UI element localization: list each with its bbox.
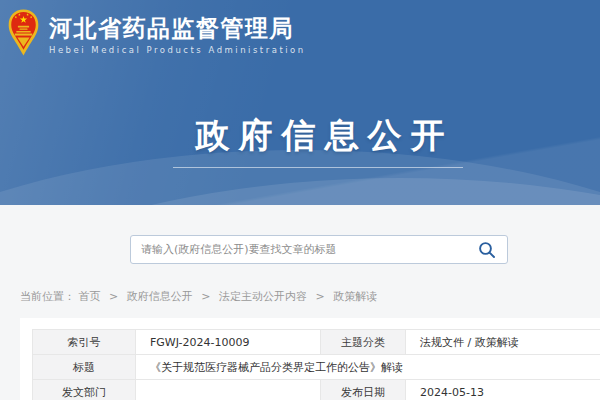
index-label: 索引号 [33,330,136,355]
brand-text: 河北省药品监督管理局 Hebei Medical Products Admini… [49,9,306,55]
breadcrumb-item-gov-info[interactable]: 政府信息公开 [127,290,193,303]
department-label: 发文部门 [33,380,136,400]
search-input[interactable] [131,243,478,256]
document-card: 索引号 FGWJ-2024-10009 主题分类 法规文件 / 政策解读 标题 … [20,318,600,400]
banner-divider [173,167,463,168]
meta-row-title: 标题 《关于规范医疗器械产品分类界定工作的公告》解读 [33,355,600,380]
date-value: 2024-05-13 [406,380,600,400]
breadcrumb-item-disclosure[interactable]: 法定主动公开内容 [219,290,307,303]
breadcrumb-prefix: 当前位置： [20,290,75,303]
site-header: 河北省药品监督管理局 Hebei Medical Products Admini… [0,0,600,205]
department-value [136,380,321,400]
search-bar [130,235,508,264]
breadcrumb-separator: > [109,290,118,303]
index-value: FGWJ-2024-10009 [136,330,321,355]
banner-title: 政府信息公开 [40,113,600,159]
breadcrumb-item-home[interactable]: 首页 [79,290,101,303]
category-value: 法规文件 / 政策解读 [406,330,600,355]
breadcrumb: 当前位置： 首页 > 政府信息公开 > 法定主动公开内容 > 政策解读 [20,289,377,304]
title-label: 标题 [33,355,136,380]
meta-row-index-category: 索引号 FGWJ-2024-10009 主题分类 法规文件 / 政策解读 [33,330,600,355]
site-title: 河北省药品监督管理局 [49,16,306,41]
search-icon[interactable] [478,241,496,259]
breadcrumb-separator: > [315,290,324,303]
category-label: 主题分类 [321,330,406,355]
breadcrumb-separator: > [201,290,210,303]
title-value: 《关于规范医疗器械产品分类界定工作的公告》解读 [136,355,600,380]
national-emblem-icon [7,9,40,56]
breadcrumb-item-policy[interactable]: 政策解读 [333,290,377,303]
document-meta-table: 索引号 FGWJ-2024-10009 主题分类 法规文件 / 政策解读 标题 … [32,329,600,400]
date-label: 发布日期 [321,380,406,400]
page: 河北省药品监督管理局 Hebei Medical Products Admini… [0,0,600,400]
meta-row-department-date: 发文部门 发布日期 2024-05-13 [33,380,600,400]
site-subtitle: Hebei Medical Products Administration [49,45,306,55]
brand[interactable]: 河北省药品监督管理局 Hebei Medical Products Admini… [7,9,306,56]
